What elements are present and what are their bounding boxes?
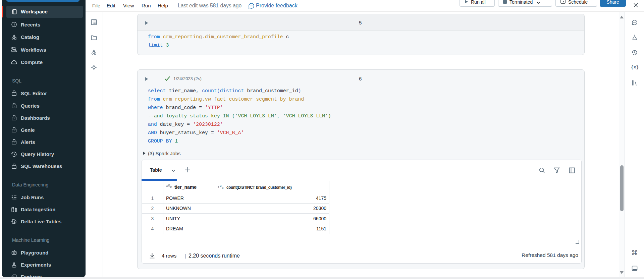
svg-text:1: 1 <box>218 185 219 189</box>
svg-text:A: A <box>166 184 168 188</box>
svg-text:2: 2 <box>220 184 222 187</box>
svg-text:3: 3 <box>222 186 224 189</box>
svg-text:C: C <box>170 185 172 189</box>
